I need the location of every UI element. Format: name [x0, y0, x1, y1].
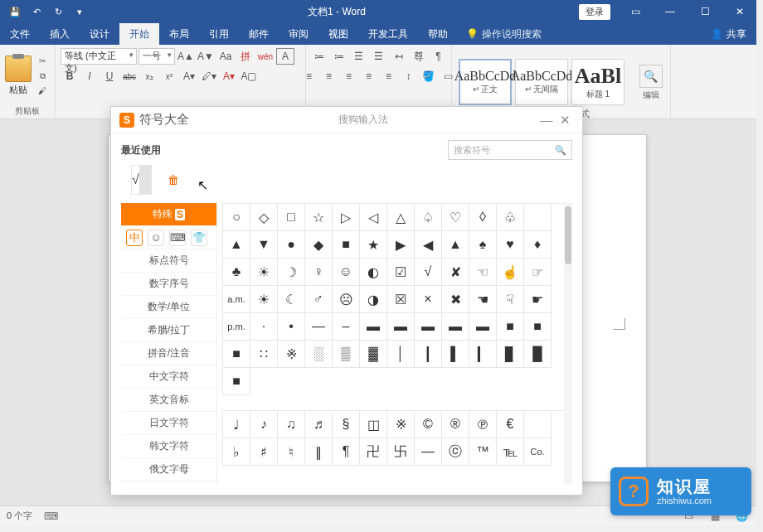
align-right-button[interactable]: ≡: [340, 68, 358, 85]
mode-zhong[interactable]: 中: [126, 230, 143, 246]
symbol-cell[interactable]: ☜: [469, 259, 497, 286]
symbol-cell[interactable]: ○: [223, 204, 250, 231]
save-icon[interactable]: 💾: [5, 2, 25, 22]
symbol-cell[interactable]: 卍: [360, 438, 387, 466]
symbol-cell[interactable]: ☽: [278, 259, 305, 286]
symbol-cell[interactable]: ▌: [442, 341, 469, 368]
symbol-cell[interactable]: ◫: [360, 411, 387, 438]
symbol-cell[interactable]: [524, 411, 552, 438]
strike-button[interactable]: abc: [120, 68, 139, 85]
clear-recent-button[interactable]: 🗑: [162, 173, 185, 186]
mode-skin[interactable]: 👕: [191, 230, 207, 246]
highlight-button[interactable]: 🖊▾: [200, 68, 218, 85]
mode-keyboard[interactable]: ⌨: [169, 230, 186, 246]
distribute-button[interactable]: ≡: [380, 68, 398, 85]
font-color-button[interactable]: A▾: [220, 68, 238, 85]
style-heading1[interactable]: AaBl 标题 1: [571, 59, 624, 105]
symbol-cell[interactable]: ☀: [250, 259, 278, 286]
symbol-cell[interactable]: —: [415, 438, 442, 466]
tab-layout[interactable]: 布局: [159, 23, 199, 45]
symbol-cell[interactable]: ♩: [223, 411, 250, 438]
symbol-cell[interactable]: ®: [442, 411, 469, 438]
increase-indent-button[interactable]: ↤: [390, 48, 408, 65]
symbol-cell[interactable]: ░: [305, 341, 333, 368]
scrollbar-thumb[interactable]: [565, 206, 571, 264]
category-special[interactable]: 特殊 S: [121, 203, 216, 226]
symbol-scrollbar[interactable]: [564, 203, 572, 485]
symbol-cell[interactable]: 卐: [387, 438, 415, 466]
style-normal[interactable]: AaBbCcDd ↵ 正文: [459, 59, 512, 105]
justify-button[interactable]: ≡: [360, 68, 378, 85]
sort-button[interactable]: 尊: [410, 48, 428, 65]
category-number[interactable]: 数字序号: [121, 273, 216, 296]
symbol-cell[interactable]: ▒: [333, 341, 360, 368]
italic-button[interactable]: I: [80, 68, 99, 85]
undo-icon[interactable]: ↶: [27, 2, 46, 22]
find-icon[interactable]: 🔍: [639, 65, 663, 88]
symbol-cell[interactable]: □: [278, 204, 305, 231]
symbol-cell[interactable]: ☾: [278, 286, 305, 313]
symbol-cell[interactable]: ▬: [415, 313, 442, 341]
symbol-cell[interactable]: ⓒ: [442, 438, 469, 466]
show-marks-button[interactable]: ¶: [430, 48, 448, 65]
tab-mailings[interactable]: 邮件: [239, 23, 279, 45]
symbol-cell[interactable]: █: [524, 341, 552, 368]
tab-help[interactable]: 帮助: [418, 23, 458, 45]
symbol-cell[interactable]: ■: [223, 341, 250, 368]
symbol-cell[interactable]: ▬: [360, 313, 387, 341]
tell-me-search[interactable]: 💡 操作说明搜索: [458, 23, 550, 45]
category-boxdraw[interactable]: 制表符: [121, 481, 216, 485]
symbol-cell[interactable]: Co.: [524, 438, 552, 466]
symbol-cell[interactable]: ※: [278, 341, 305, 368]
category-japanese[interactable]: 日文字符: [121, 412, 216, 435]
symbol-cell[interactable]: ■: [524, 313, 552, 341]
style-nospacing[interactable]: AaBbCcDd ↵ 无间隔: [515, 59, 568, 105]
symbol-cell[interactable]: ♣: [223, 259, 250, 286]
repeat-icon[interactable]: ↻: [48, 2, 68, 22]
shrink-font-button[interactable]: A▼: [197, 48, 215, 65]
superscript-button[interactable]: x²: [160, 68, 178, 85]
symbol-cell[interactable]: ♭: [223, 438, 250, 466]
symbol-cell[interactable]: ☝: [497, 259, 524, 286]
text-effects-dropdown[interactable]: A▾: [180, 68, 198, 85]
symbol-cell[interactable]: ▲: [223, 231, 250, 259]
symbol-cell[interactable]: ×: [415, 286, 442, 313]
line-spacing-button[interactable]: ↕: [400, 68, 418, 85]
character-border-button[interactable]: wén: [256, 48, 275, 65]
login-button[interactable]: 登录: [579, 4, 610, 20]
font-size-select[interactable]: 一号: [139, 48, 175, 65]
tab-references[interactable]: 引用: [199, 23, 239, 45]
symbol-cell[interactable]: ◀: [415, 231, 442, 259]
symbol-cell[interactable]: ♮: [278, 438, 305, 466]
symbol-cell[interactable]: ♥: [497, 231, 524, 259]
subscript-button[interactable]: x₂: [140, 68, 158, 85]
tab-home[interactable]: 开始: [119, 23, 159, 45]
symbol-cell[interactable]: ★: [360, 231, 387, 259]
paste-button[interactable]: 粘贴: [5, 56, 32, 96]
symbol-cell[interactable]: ◐: [360, 259, 387, 286]
tab-file[interactable]: 文件: [0, 23, 40, 45]
symbol-cell[interactable]: ◇: [250, 204, 278, 231]
symbol-cell[interactable]: ▲: [442, 231, 469, 259]
copy-button[interactable]: ⧉: [35, 70, 50, 83]
symbol-cell[interactable]: ☒: [387, 286, 415, 313]
symbol-cell[interactable]: ℡: [497, 438, 524, 466]
grow-font-button[interactable]: A▲: [177, 48, 195, 65]
ribbon-options-icon[interactable]: ▭: [619, 0, 652, 23]
symbol-cell[interactable]: ☆: [305, 204, 333, 231]
symbol-cell[interactable]: ℗: [469, 411, 497, 438]
tab-insert[interactable]: 插入: [40, 23, 80, 45]
font-family-select[interactable]: 等线 (中文正文): [61, 48, 137, 65]
language-icon[interactable]: ⌨: [42, 509, 59, 524]
symbol-cell[interactable]: a.m.: [223, 286, 250, 313]
tab-view[interactable]: 视图: [318, 23, 358, 45]
symbol-cell[interactable]: §: [333, 411, 360, 438]
symbol-cell[interactable]: ♫: [278, 411, 305, 438]
symbol-cell[interactable]: ™: [469, 438, 497, 466]
align-center-button[interactable]: ≡: [320, 68, 338, 85]
symbol-cell[interactable]: ·: [250, 313, 278, 341]
text-effects-button[interactable]: A: [276, 48, 294, 65]
symbol-cell[interactable]: ▓: [360, 341, 387, 368]
sogou-minimize-button[interactable]: —: [537, 113, 556, 127]
symbol-cell[interactable]: p.m.: [223, 313, 250, 341]
